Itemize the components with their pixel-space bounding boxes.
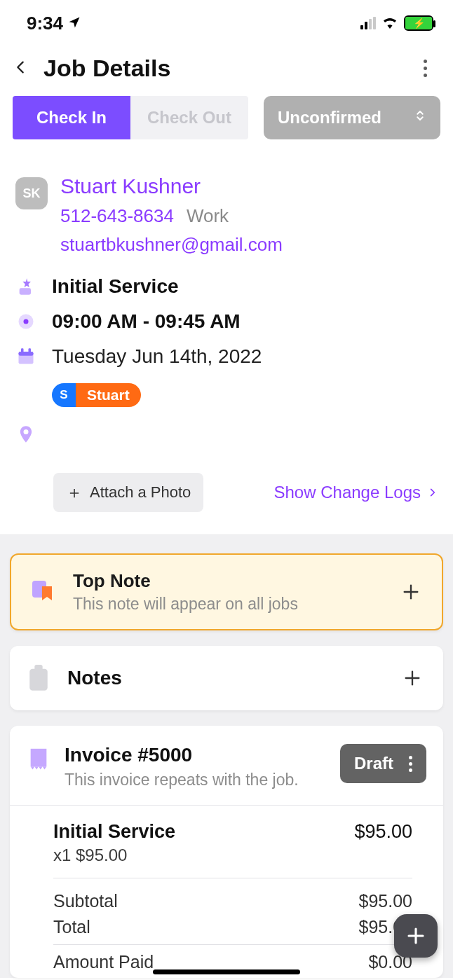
divider: [53, 944, 412, 945]
invoice-card: Invoice #5000 This invoice repeats with …: [10, 726, 443, 978]
add-note-button[interactable]: [398, 664, 426, 692]
line-item-qty-price: x1 $95.00: [53, 846, 412, 865]
top-note-icon: [28, 578, 56, 606]
job-status-label: Unconfirmed: [278, 108, 381, 127]
time-range: 09:00 AM - 09:45 AM: [52, 310, 241, 333]
location-row[interactable]: [15, 424, 438, 445]
status-right: ⚡: [360, 15, 433, 32]
status-time: 9:34: [27, 13, 63, 34]
top-note-subtitle: This note will appear on all jobs: [73, 595, 380, 614]
job-status-dropdown[interactable]: Unconfirmed: [264, 96, 440, 139]
svg-rect-5: [21, 348, 24, 353]
status-time-group: 9:34: [27, 13, 81, 34]
assignee-chip[interactable]: S Stuart: [52, 383, 141, 407]
subtotal-value: $95.00: [359, 891, 412, 911]
pin-icon: [15, 424, 36, 445]
total-label: Total: [53, 917, 90, 937]
customer-avatar[interactable]: SK: [15, 177, 48, 209]
top-note-card[interactable]: Top Note This note will appear on all jo…: [10, 553, 443, 630]
clock-icon: [15, 311, 36, 332]
svg-rect-14: [31, 749, 47, 767]
customer-section: SK Stuart Kushner 512-643-8634 Work stua…: [0, 155, 453, 445]
invoice-subtitle: This invoice repeats with the job.: [65, 771, 326, 789]
notes-title: Notes: [67, 667, 381, 689]
add-top-note-button[interactable]: [397, 578, 425, 606]
battery-icon: ⚡: [404, 15, 433, 31]
page-header: Job Details: [0, 42, 453, 96]
customer-phone[interactable]: 512-643-8634: [60, 205, 174, 227]
change-logs-label: Show Change Logs: [274, 483, 421, 502]
svg-rect-11: [34, 665, 42, 670]
date-row: Tuesday Jun 14th, 2022: [15, 345, 438, 368]
fab-add-button[interactable]: [394, 914, 438, 958]
top-note-title: Top Note: [73, 570, 380, 592]
invoice-title: Invoice #5000: [65, 744, 326, 766]
subtotal-label: Subtotal: [53, 891, 118, 911]
invoice-totals: Subtotal $95.00 Total $95.00 Amount Paid…: [10, 878, 443, 978]
service-name: Initial Service: [52, 275, 179, 298]
check-out-button[interactable]: Check Out: [130, 96, 248, 139]
attach-photo-button[interactable]: ＋ Attach a Photo: [53, 473, 203, 512]
wifi-icon: [381, 15, 398, 32]
line-item-name: Initial Service: [53, 821, 175, 843]
job-detail-rows: Initial Service 09:00 AM - 09:45 AM Tues…: [15, 275, 438, 445]
job-date: Tuesday Jun 14th, 2022: [52, 345, 262, 368]
service-icon: [15, 276, 36, 297]
notes-icon: [27, 665, 50, 691]
cell-signal-icon: [360, 17, 376, 29]
svg-rect-6: [29, 348, 32, 353]
customer-row: SK Stuart Kushner 512-643-8634 Work stua…: [15, 174, 438, 256]
svg-rect-4: [19, 352, 34, 356]
action-row: Check In Check Out Unconfirmed: [0, 96, 453, 155]
line-item-amount: $95.00: [354, 821, 412, 843]
canvas-area: Top Note This note will appear on all jo…: [0, 534, 453, 978]
back-button[interactable]: [13, 57, 28, 81]
check-in-button[interactable]: Check In: [13, 96, 130, 139]
assignee-name: Stuart: [76, 383, 141, 407]
show-change-logs-link[interactable]: Show Change Logs: [274, 483, 438, 502]
svg-point-2: [24, 319, 29, 324]
amount-paid-label: Amount Paid: [53, 952, 154, 972]
assignee-row: S Stuart: [52, 383, 438, 407]
home-indicator: [153, 969, 300, 974]
invoice-line-item: Initial Service $95.00 x1 $95.00: [10, 806, 443, 878]
svg-rect-10: [29, 669, 47, 691]
invoice-icon: [27, 747, 50, 771]
assignee-avatar: S: [52, 383, 76, 407]
customer-email[interactable]: stuartbkushner@gmail.com: [60, 234, 283, 256]
invoice-status-label: Draft: [354, 754, 393, 773]
page-title: Job Details: [43, 55, 395, 82]
more-menu-button[interactable]: [411, 55, 439, 81]
location-arrow-icon: [67, 13, 81, 34]
notes-card[interactable]: Notes: [10, 646, 443, 710]
service-row: Initial Service: [15, 275, 438, 298]
customer-phone-type: Work: [187, 205, 229, 227]
svg-rect-0: [20, 288, 31, 294]
invoice-status-badge[interactable]: Draft: [340, 744, 426, 783]
attach-photo-label: Attach a Photo: [90, 483, 191, 502]
mid-actions: ＋ Attach a Photo Show Change Logs: [0, 445, 453, 534]
customer-name[interactable]: Stuart Kushner: [60, 174, 283, 198]
status-bar: 9:34 ⚡: [0, 0, 453, 42]
plus-icon: ＋: [66, 481, 83, 504]
calendar-icon: [15, 346, 36, 367]
invoice-more-icon[interactable]: [409, 756, 412, 772]
chevron-updown-icon: [414, 107, 426, 128]
chevron-right-icon: [428, 485, 438, 500]
time-row: 09:00 AM - 09:45 AM: [15, 310, 438, 333]
invoice-header: Invoice #5000 This invoice repeats with …: [10, 726, 443, 805]
